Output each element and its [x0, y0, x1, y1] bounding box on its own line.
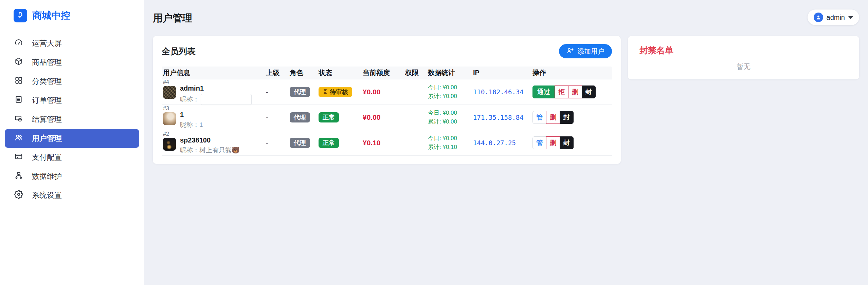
add-user-label: 添加用户 [577, 47, 604, 56]
settlement-money-icon [14, 114, 23, 125]
col-header-status: 状态 [319, 68, 363, 77]
grid-icon [14, 76, 23, 87]
col-header-quota: 当前额度 [363, 68, 405, 77]
username: 1 [180, 111, 203, 119]
delete-button[interactable]: 删 [546, 136, 560, 149]
actions-cell: 通过 拒 删 封 [532, 86, 612, 98]
user-id: #2 [163, 131, 169, 137]
role-badge: 代理 [290, 138, 310, 148]
table-row: #2 sp238100 昵称： 树上有只熊🐻 - 代理 [162, 130, 612, 156]
nickname-input[interactable] [201, 94, 252, 105]
ip-value: 144.0.27.25 [473, 139, 532, 147]
stats-total: 累计: ¥0.10 [428, 143, 473, 152]
delete-button[interactable]: 删 [568, 86, 582, 98]
action-button-group: 管 删 封 [532, 111, 612, 124]
sidebar-item-users[interactable]: 用户管理 [5, 129, 139, 148]
nickname-line: 昵称： 树上有只熊🐻 [180, 146, 240, 155]
user-id-avatar: #4 [163, 79, 176, 105]
avatar [163, 86, 176, 99]
user-avatar-icon [814, 13, 823, 22]
add-user-button[interactable]: 添加用户 [559, 44, 612, 58]
manage-button[interactable]: 管 [532, 111, 546, 124]
ip-value: 171.35.158.84 [473, 114, 532, 121]
sidebar-item-dashboard[interactable]: 运营大屏 [5, 34, 139, 53]
name-block: sp238100 昵称： 树上有只熊🐻 [180, 131, 240, 155]
sidebar: 商城中控 运营大屏 商品管理 分类管理 订单管理 结算管理 [0, 0, 144, 285]
stats-cell: 今日: ¥0.00 累计: ¥0.10 [428, 134, 473, 152]
manage-button[interactable]: 管 [532, 136, 546, 149]
table-row: #4 admin1 昵称： - 代理 [162, 79, 612, 105]
action-button-group: 管 删 封 [532, 136, 612, 149]
col-header-permission: 权限 [405, 68, 428, 77]
status-badge: 待审核 [319, 87, 352, 97]
ban-button[interactable]: 封 [560, 136, 574, 149]
sidebar-item-label: 支付配置 [32, 152, 62, 163]
role-badge: 代理 [290, 112, 310, 122]
sidebar-item-products[interactable]: 商品管理 [5, 53, 139, 72]
user-id-avatar: #2 [163, 131, 176, 155]
brand-name: 商城中控 [32, 9, 70, 22]
sidebar-item-label: 分类管理 [32, 76, 62, 87]
user-id-avatar: #3 [163, 106, 176, 129]
name-block: admin1 昵称： [180, 79, 252, 105]
table-header-row: 用户信息 上级 角色 状态 当前额度 权限 数据统计 IP 操作 [162, 66, 612, 79]
col-header-ip: IP [473, 69, 532, 77]
role-cell: 代理 [290, 112, 319, 122]
role-cell: 代理 [290, 87, 319, 97]
page-title: 用户管理 [153, 12, 192, 25]
approve-button[interactable]: 通过 [532, 86, 555, 98]
sidebar-item-label: 订单管理 [32, 95, 62, 106]
person-plus-icon [566, 47, 574, 56]
sidebar-item-categories[interactable]: 分类管理 [5, 72, 139, 91]
nickname-line: 昵称： [180, 94, 252, 105]
package-icon [14, 57, 23, 68]
sidebar-item-label: 运营大屏 [32, 38, 62, 49]
ban-list-card: 封禁名单 暂无 [628, 36, 859, 79]
status-cell: 正常 [319, 138, 363, 148]
actions-cell: 管 删 封 [532, 136, 612, 149]
col-header-parent: 上级 [266, 68, 290, 77]
app-window: 商城中控 运营大屏 商品管理 分类管理 订单管理 结算管理 [0, 0, 868, 285]
nickname-line: 昵称： 1 [180, 120, 203, 129]
users-icon [14, 133, 23, 144]
username: sp238100 [180, 136, 240, 144]
status-cell: 正常 [319, 112, 363, 122]
user-cell: #4 admin1 昵称： [162, 79, 266, 105]
nickname-label: 昵称： [180, 120, 199, 129]
ban-button[interactable]: 封 [560, 111, 574, 124]
avatar [163, 138, 176, 151]
ban-list-title: 封禁名单 [639, 45, 848, 56]
sidebar-item-settlement[interactable]: 结算管理 [5, 110, 139, 129]
quota-value: ¥0.00 [363, 88, 405, 96]
parent-value: - [266, 88, 290, 96]
quota-value: ¥0.00 [363, 113, 405, 121]
shopping-bag-check-icon [14, 9, 27, 22]
sidebar-item-settings[interactable]: 系统设置 [5, 186, 139, 205]
order-list-icon [14, 95, 23, 106]
sidebar-item-orders[interactable]: 订单管理 [5, 91, 139, 110]
col-header-actions: 操作 [532, 68, 612, 77]
status-cell: 待审核 [319, 87, 363, 97]
ban-button[interactable]: 封 [582, 86, 596, 98]
sidebar-item-label: 用户管理 [32, 133, 62, 144]
reject-button[interactable]: 拒 [555, 86, 568, 98]
admin-menu-button[interactable]: admin [808, 10, 859, 25]
status-badge: 正常 [319, 112, 339, 122]
stats-today: 今日: ¥0.00 [428, 109, 473, 117]
avatar [163, 112, 176, 125]
sidebar-item-payment[interactable]: 支付配置 [5, 148, 139, 167]
status-badge: 正常 [319, 138, 339, 148]
delete-button[interactable]: 删 [546, 111, 560, 124]
nickname-label: 昵称： [180, 95, 199, 104]
sidebar-item-data[interactable]: 数据维护 [5, 167, 139, 186]
user-cell: #2 sp238100 昵称： 树上有只熊🐻 [162, 131, 266, 155]
parent-value: - [266, 114, 290, 121]
user-list-card-header: 全员列表 添加用户 [162, 36, 612, 66]
brand-logo: 商城中控 [0, 0, 144, 22]
user-cell: #3 1 昵称： 1 [162, 106, 266, 129]
sidebar-item-label: 数据维护 [32, 171, 62, 182]
col-header-role: 角色 [290, 68, 319, 77]
parent-value: - [266, 139, 290, 147]
stats-total: 累计: ¥0.00 [428, 117, 473, 126]
stats-cell: 今日: ¥0.00 累计: ¥0.00 [428, 83, 473, 101]
